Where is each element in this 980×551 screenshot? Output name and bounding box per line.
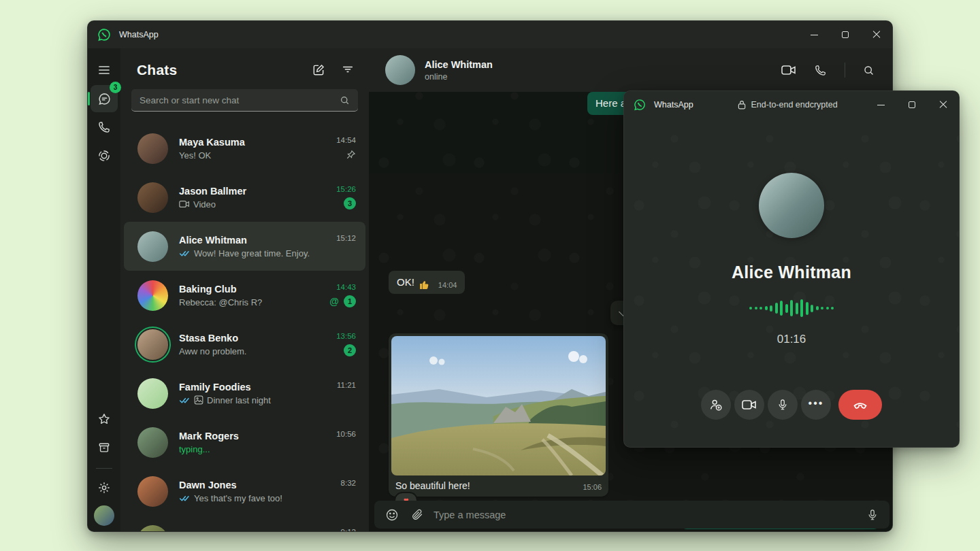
chat-time: 14:43: [336, 283, 356, 291]
chat-avatar: [137, 133, 168, 164]
read-receipt-icon: [179, 250, 191, 257]
starred-messages-button[interactable]: [91, 405, 118, 433]
chat-time: 15:12: [336, 234, 356, 242]
chat-name: Dawn Jones: [179, 480, 336, 490]
rail-divider: [96, 468, 112, 469]
microphone-button[interactable]: [866, 509, 879, 521]
video-button[interactable]: [734, 390, 764, 420]
contact-avatar[interactable]: [385, 55, 415, 85]
thumbs-up-icon: [419, 279, 430, 290]
app-title: WhatsApp: [119, 30, 159, 39]
emoji-button[interactable]: [385, 508, 399, 522]
new-chat-button[interactable]: [312, 63, 325, 77]
contact-status: online: [425, 72, 493, 82]
chat-last-message: Rebecca: @Chris R?: [179, 297, 262, 307]
call-waveform: [749, 299, 834, 318]
chat-time: 10:56: [336, 430, 356, 438]
message-time: 15:06: [583, 483, 602, 491]
unread-badge: 2: [344, 344, 356, 356]
header-divider: [845, 63, 845, 78]
chat-list-item[interactable]: Stasa Benko: [124, 320, 365, 369]
chat-time: 11:21: [337, 381, 356, 389]
tab-calls[interactable]: [91, 114, 118, 141]
tab-status[interactable]: [91, 142, 118, 169]
chat-name: Baking Club: [179, 284, 324, 295]
whatsapp-logo-icon: [634, 99, 646, 111]
chat-list-item[interactable]: Dawn Jones: [124, 467, 365, 516]
search-icon: [340, 95, 350, 105]
chat-time: 13:56: [336, 332, 356, 340]
call-controls: •••: [701, 390, 882, 420]
video-call-button[interactable]: [781, 65, 796, 76]
minimize-button[interactable]: [798, 21, 830, 48]
whatsapp-logo-icon: [97, 28, 111, 41]
voice-call-button[interactable]: [814, 64, 827, 77]
app-title: WhatsApp: [654, 100, 693, 110]
lock-icon: [738, 100, 747, 110]
encryption-label: End-to-end endcrypted: [751, 100, 838, 110]
chat-list-item[interactable]: Ziggy Woodley: [124, 516, 365, 532]
chat-list-item[interactable]: Baking Club: [124, 271, 365, 320]
minimize-button[interactable]: [865, 91, 896, 118]
photo-attachment[interactable]: [391, 336, 606, 475]
more-options-button[interactable]: •••: [801, 390, 831, 420]
chats-panel: Chats: [120, 48, 369, 532]
video-icon: [179, 200, 190, 208]
chat-list-item[interactable]: Maya Kasuma: [124, 124, 365, 173]
message-time: 14:04: [438, 280, 457, 290]
attach-button[interactable]: [411, 508, 424, 521]
search-bar: [131, 89, 358, 112]
nav-rail: 3: [88, 48, 120, 532]
menu-button[interactable]: [91, 56, 118, 84]
chat-time: 15:26: [336, 185, 356, 193]
photo-caption: So beautiful here!: [395, 480, 470, 491]
chat-last-message: Video: [193, 199, 216, 210]
settings-button[interactable]: [91, 474, 118, 501]
message-incoming-ok[interactable]: OK! 14:04: [389, 271, 465, 294]
maximize-button[interactable]: [830, 21, 861, 48]
message-incoming-photo[interactable]: So beautiful here! 15:06: [389, 333, 608, 497]
end-call-button[interactable]: [838, 390, 882, 420]
chat-list-item[interactable]: Alice Whitman: [124, 222, 365, 271]
add-person-button[interactable]: [701, 390, 731, 420]
close-button[interactable]: [928, 91, 959, 118]
chat-last-message: typing...: [179, 444, 210, 454]
read-receipt-icon: [179, 397, 191, 404]
call-duration: 01:16: [777, 333, 806, 346]
chat-last-message: Aww no problem.: [179, 346, 246, 356]
filter-chats-button[interactable]: [342, 63, 354, 77]
conversation-header: Alice Whitman online: [369, 48, 892, 92]
tab-chats[interactable]: 3: [91, 85, 118, 112]
call-titlebar: WhatsApp End-to-end endcrypted: [624, 91, 959, 118]
chat-last-message: Dinner last night: [207, 395, 271, 405]
unread-badge: 1: [344, 295, 356, 307]
main-titlebar: WhatsApp: [88, 21, 892, 48]
chat-time: 9:12: [341, 528, 356, 532]
chats-title: Chats: [137, 62, 177, 78]
archived-chats-button[interactable]: [91, 434, 118, 461]
maximize-button[interactable]: [896, 91, 928, 118]
call-contact-avatar: [759, 173, 824, 238]
chat-name: Jason Ballmer: [179, 186, 331, 197]
microphone-button[interactable]: [768, 390, 798, 420]
chat-name: Alice Whitman: [179, 235, 331, 246]
message-input[interactable]: [434, 510, 857, 520]
search-in-chat-button[interactable]: [863, 65, 875, 76]
close-button[interactable]: [861, 21, 892, 48]
chat-avatar: [137, 280, 168, 311]
chat-name: Mark Rogers: [179, 431, 331, 441]
chat-list-item[interactable]: Jason Ballmer: [124, 173, 365, 222]
chat-list-item[interactable]: Mark Rogers: [124, 418, 365, 467]
call-window: WhatsApp End-to-end endcrypted Alice Whi…: [623, 90, 960, 448]
desktop: { "colors": { "desktop_bg": "#e3f4d4", "…: [0, 0, 980, 551]
profile-avatar[interactable]: [94, 505, 114, 526]
chat-last-message: Wow! Have great time. Enjoy.: [194, 248, 310, 258]
chat-avatar: [137, 378, 168, 409]
chat-list-item[interactable]: Family Foodies: [124, 369, 365, 418]
search-input[interactable]: [140, 95, 340, 105]
chat-last-message: Yes that's my fave too!: [194, 493, 282, 503]
chat-last-message: Yes! OK: [179, 150, 211, 161]
chat-avatar: [137, 329, 168, 360]
chat-avatar: [137, 427, 168, 458]
chat-avatar: [137, 525, 168, 533]
